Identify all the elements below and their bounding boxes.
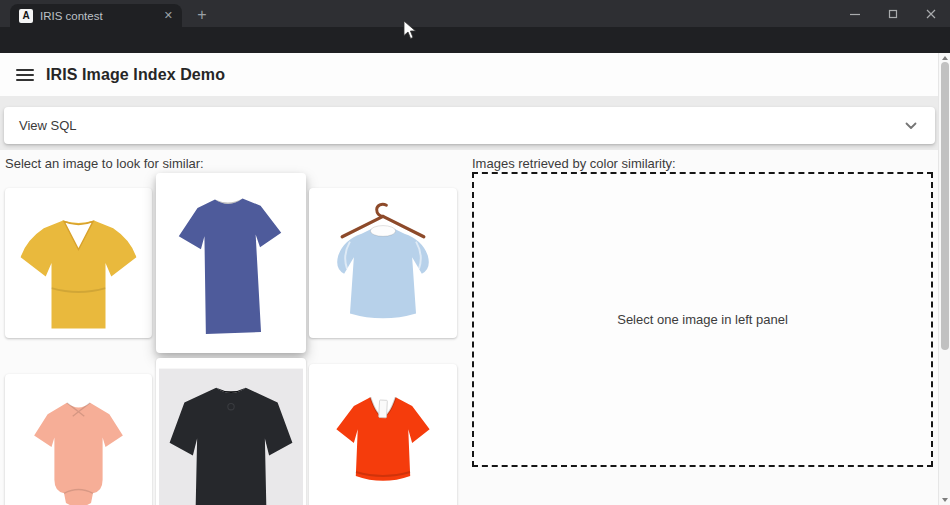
blue-tshirt-image [162,179,300,347]
tab-close-icon[interactable]: ✕ [164,9,173,22]
chevron-down-icon[interactable] [905,122,917,130]
left-panel-label: Select an image to look for similar: [5,156,204,171]
right-panel-label: Images retrieved by color similarity: [472,156,676,171]
peach-baby-onesie-image [11,380,146,505]
gallery-card-peach-onesie[interactable] [5,374,152,505]
scrollbar-thumb[interactable] [941,62,949,350]
page-scrollbar[interactable] [938,53,950,505]
scrollbar-down-arrow[interactable] [939,495,950,505]
view-sql-label: View SQL [19,118,77,133]
gallery-card-orange-crop-top[interactable] [309,364,457,505]
tab-title: IRIS contest [40,10,164,22]
gallery-card-blue-tshirt[interactable] [156,173,306,353]
new-tab-button[interactable]: + [190,3,214,27]
mouse-cursor [403,20,417,40]
window-minimize-button[interactable] [836,0,874,27]
app-toolbar: IRIS Image Index Demo [0,53,938,96]
menu-hamburger-icon[interactable] [16,69,34,81]
black-tshirt-image [159,358,303,505]
yellow-vneck-blouse-image [11,194,146,332]
browser-toolbar: localhost:4200/image-search ☆ [0,27,950,53]
view-sql-expansion-panel[interactable]: View SQL [4,107,935,144]
gallery-card-black-tshirt[interactable] [156,358,306,505]
window-restore-button[interactable] [874,0,912,27]
lightblue-ruffle-top-image [315,194,451,332]
window-close-button[interactable] [912,0,950,27]
browser-window: A IRIS contest ✕ + [0,0,950,505]
orange-crop-top-image [315,370,451,505]
browser-tab[interactable]: A IRIS contest ✕ [10,4,182,27]
results-dropzone: Select one image in left panel [472,172,933,467]
browser-tabstrip: A IRIS contest ✕ + [0,0,950,27]
results-empty-message: Select one image in left panel [617,312,788,327]
gallery-card-lightblue-top[interactable] [309,188,457,338]
site-favicon: A [19,9,33,23]
gallery-card-yellow-vneck-blouse[interactable] [5,188,152,338]
page-title: IRIS Image Index Demo [46,66,225,84]
